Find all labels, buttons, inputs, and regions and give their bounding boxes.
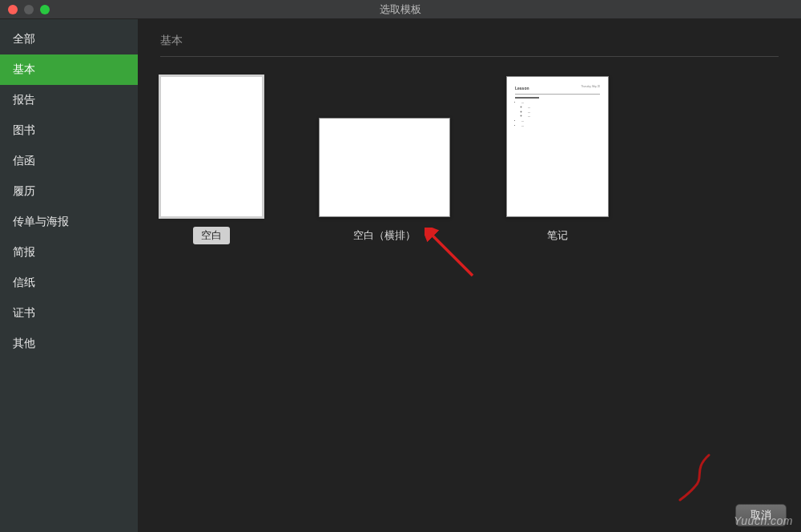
sidebar-item-resumes[interactable]: 履历 — [0, 176, 138, 207]
sidebar: 全部 基本 报告 图书 信函 履历 传单与海报 简报 信纸 证书 其他 — [0, 19, 138, 532]
minimize-icon[interactable] — [24, 5, 34, 14]
sidebar-item-reports[interactable]: 报告 — [0, 85, 138, 115]
note-title: Lesson — [515, 85, 529, 91]
template-blank-landscape[interactable]: 空白（横排） — [319, 118, 450, 244]
zoom-icon[interactable] — [40, 5, 50, 14]
section-title: 基本 — [160, 32, 779, 56]
template-grid: 空白 空白（横排） Lesson Thursday, May 20 — — [160, 76, 779, 244]
close-icon[interactable] — [8, 5, 18, 14]
sidebar-item-all[interactable]: 全部 — [0, 24, 138, 54]
sidebar-item-flyers[interactable]: 传单与海报 — [0, 207, 138, 237]
main-panel: 基本 空白 空白（横排） Lesson Thursday, May 20 — [138, 19, 801, 532]
sidebar-item-stationery[interactable]: 信纸 — [0, 268, 138, 298]
cancel-button[interactable]: 取消 — [735, 504, 787, 526]
sidebar-item-basic[interactable]: 基本 — [0, 54, 138, 85]
template-label: 空白（横排） — [345, 227, 424, 244]
content: 全部 基本 报告 图书 信函 履历 传单与海报 简报 信纸 证书 其他 基本 空… — [0, 19, 801, 532]
window-title: 选取模板 — [0, 2, 801, 17]
annotation-squiggle-icon — [677, 453, 717, 502]
template-blank[interactable]: 空白 — [160, 76, 263, 244]
template-thumb-blank — [160, 76, 263, 217]
sidebar-item-letters[interactable]: 信函 — [0, 146, 138, 176]
template-notes[interactable]: Lesson Thursday, May 20 — ——— — — 笔记 — [506, 76, 609, 244]
sidebar-item-books[interactable]: 图书 — [0, 115, 138, 146]
sidebar-item-newsletters[interactable]: 简报 — [0, 237, 138, 268]
sidebar-item-certificates[interactable]: 证书 — [0, 298, 138, 328]
template-label: 笔记 — [539, 227, 576, 244]
window-controls — [0, 5, 50, 14]
titlebar: 选取模板 — [0, 0, 801, 19]
template-thumb-blank-landscape — [319, 118, 450, 217]
template-label: 空白 — [193, 227, 230, 244]
footer: 取消 — [138, 498, 801, 532]
divider — [160, 56, 779, 57]
template-thumb-notes: Lesson Thursday, May 20 — ——— — — — [506, 76, 609, 217]
sidebar-item-other[interactable]: 其他 — [0, 328, 138, 359]
note-date: Thursday, May 20 — [581, 85, 600, 91]
